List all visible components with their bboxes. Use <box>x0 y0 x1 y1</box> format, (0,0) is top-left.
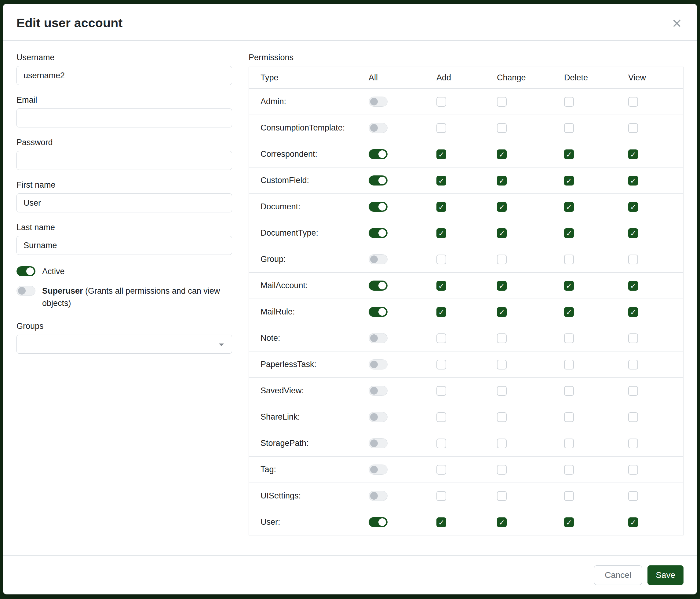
permission-delete-checkbox[interactable] <box>564 149 574 159</box>
permission-add-checkbox[interactable] <box>436 465 446 475</box>
permission-change-checkbox[interactable] <box>497 228 507 238</box>
permission-add-checkbox[interactable] <box>436 228 446 238</box>
permission-change-checkbox[interactable] <box>497 281 507 291</box>
permission-change-checkbox[interactable] <box>497 438 507 448</box>
permission-all-toggle[interactable] <box>369 228 388 238</box>
permission-change-checkbox[interactable] <box>497 465 507 475</box>
permission-all-toggle[interactable] <box>369 202 388 212</box>
permission-delete-checkbox[interactable] <box>564 307 574 317</box>
permission-all-toggle[interactable] <box>369 97 388 107</box>
permission-add-checkbox[interactable] <box>436 491 446 501</box>
permission-view-checkbox[interactable] <box>628 465 638 475</box>
permission-row: PaperlessTask: <box>249 351 683 378</box>
permission-add-checkbox[interactable] <box>436 255 446 264</box>
permission-view-checkbox[interactable] <box>628 202 638 212</box>
permission-delete-checkbox[interactable] <box>564 518 574 527</box>
permission-delete-checkbox[interactable] <box>564 386 574 396</box>
permission-delete-checkbox[interactable] <box>564 360 574 369</box>
permission-add-checkbox[interactable] <box>436 149 446 159</box>
permission-delete-checkbox[interactable] <box>564 438 574 448</box>
superuser-switch-row: Superuser (Grants all permissions and ca… <box>17 285 232 309</box>
permission-add-checkbox[interactable] <box>436 176 446 186</box>
permission-change-checkbox[interactable] <box>497 333 507 343</box>
permission-add-checkbox[interactable] <box>436 518 446 527</box>
permission-view-checkbox[interactable] <box>628 412 638 422</box>
permission-add-checkbox[interactable] <box>436 123 446 133</box>
permission-delete-checkbox[interactable] <box>564 228 574 238</box>
permission-all-toggle[interactable] <box>369 175 388 186</box>
permission-delete-checkbox[interactable] <box>564 176 574 186</box>
groups-select[interactable] <box>17 335 232 354</box>
save-button[interactable]: Save <box>648 566 683 585</box>
permission-view-checkbox[interactable] <box>628 307 638 317</box>
permission-view-checkbox[interactable] <box>628 438 638 448</box>
permission-view-checkbox[interactable] <box>628 255 638 264</box>
permission-add-checkbox[interactable] <box>436 360 446 369</box>
permission-view-checkbox[interactable] <box>628 386 638 396</box>
permission-all-toggle[interactable] <box>369 281 388 291</box>
permission-view-checkbox[interactable] <box>628 123 638 133</box>
permission-view-checkbox[interactable] <box>628 228 638 238</box>
permission-all-toggle[interactable] <box>369 386 388 396</box>
permission-all-toggle[interactable] <box>369 464 388 475</box>
permission-view-checkbox[interactable] <box>628 149 638 159</box>
password-input[interactable] <box>17 151 232 170</box>
permission-row: UISettings: <box>249 483 683 509</box>
permission-change-checkbox[interactable] <box>497 518 507 527</box>
permission-delete-checkbox[interactable] <box>564 123 574 133</box>
first-name-input[interactable] <box>17 193 232 212</box>
permission-change-checkbox[interactable] <box>497 176 507 186</box>
permission-view-checkbox[interactable] <box>628 176 638 186</box>
cancel-button[interactable]: Cancel <box>594 566 642 585</box>
permission-add-checkbox[interactable] <box>436 386 446 396</box>
permission-all-toggle[interactable] <box>369 307 388 317</box>
superuser-toggle[interactable] <box>17 286 35 296</box>
permission-add-checkbox[interactable] <box>436 307 446 317</box>
permission-add-checkbox[interactable] <box>436 97 446 107</box>
permission-delete-checkbox[interactable] <box>564 465 574 475</box>
permission-add-checkbox[interactable] <box>436 333 446 343</box>
permission-change-checkbox[interactable] <box>497 97 507 107</box>
permission-all-toggle[interactable] <box>369 438 388 448</box>
permission-add-checkbox[interactable] <box>436 281 446 291</box>
close-icon[interactable]: × <box>670 15 683 31</box>
permission-change-checkbox[interactable] <box>497 386 507 396</box>
permission-change-checkbox[interactable] <box>497 307 507 317</box>
permission-view-checkbox[interactable] <box>628 333 638 343</box>
permission-delete-checkbox[interactable] <box>564 97 574 107</box>
permission-all-toggle[interactable] <box>369 149 388 159</box>
permission-add-checkbox[interactable] <box>436 202 446 212</box>
permission-change-checkbox[interactable] <box>497 202 507 212</box>
permission-view-checkbox[interactable] <box>628 491 638 501</box>
last-name-input[interactable] <box>17 236 232 255</box>
permission-change-checkbox[interactable] <box>497 491 507 501</box>
permission-all-toggle[interactable] <box>369 412 388 422</box>
permission-change-checkbox[interactable] <box>497 360 507 369</box>
permission-all-toggle[interactable] <box>369 333 388 343</box>
permission-delete-checkbox[interactable] <box>564 255 574 264</box>
modal-footer: Cancel Save <box>3 555 697 594</box>
permission-change-checkbox[interactable] <box>497 149 507 159</box>
permission-view-checkbox[interactable] <box>628 360 638 369</box>
permission-change-checkbox[interactable] <box>497 255 507 264</box>
permission-delete-checkbox[interactable] <box>564 202 574 212</box>
permission-all-toggle[interactable] <box>369 254 388 264</box>
permission-view-checkbox[interactable] <box>628 518 638 527</box>
active-toggle[interactable] <box>17 266 35 276</box>
permission-all-toggle[interactable] <box>369 491 388 501</box>
email-input[interactable] <box>17 109 232 127</box>
permission-view-checkbox[interactable] <box>628 97 638 107</box>
permission-delete-checkbox[interactable] <box>564 412 574 422</box>
permission-add-checkbox[interactable] <box>436 412 446 422</box>
permission-delete-checkbox[interactable] <box>564 281 574 291</box>
permission-all-toggle[interactable] <box>369 517 388 527</box>
permission-view-checkbox[interactable] <box>628 281 638 291</box>
permission-add-checkbox[interactable] <box>436 438 446 448</box>
permission-change-checkbox[interactable] <box>497 123 507 133</box>
permission-all-toggle[interactable] <box>369 123 388 133</box>
permission-delete-checkbox[interactable] <box>564 491 574 501</box>
permission-delete-checkbox[interactable] <box>564 333 574 343</box>
permission-all-toggle[interactable] <box>369 359 388 369</box>
permission-change-checkbox[interactable] <box>497 412 507 422</box>
username-input[interactable] <box>17 66 232 85</box>
